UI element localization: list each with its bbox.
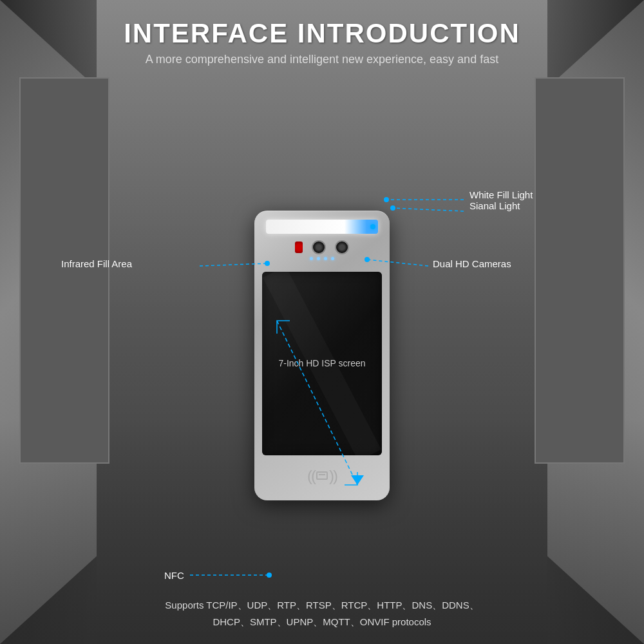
- fill-light-bar: [266, 220, 378, 234]
- svg-line-2: [393, 208, 464, 211]
- nfc-card-icon: [316, 471, 328, 480]
- camera-left: [312, 240, 326, 254]
- white-fill-light-label: White Fill Light Sianal Light: [469, 189, 533, 211]
- nfc-icon: [306, 464, 338, 488]
- nfc-label: NFC: [164, 570, 184, 581]
- camera-area: [295, 240, 349, 254]
- ir-sensor: [295, 242, 303, 253]
- ir-dot-4: [331, 257, 334, 260]
- footer: Supports TCP/IP、UDP、RTP、RTSP、RTCP、HTTP、D…: [0, 597, 644, 630]
- svg-point-1: [384, 197, 389, 202]
- page-subtitle: A more comprehensive and intelligent new…: [124, 53, 520, 66]
- nfc-area: [306, 464, 338, 488]
- camera-right: [335, 240, 349, 254]
- screen-label: 7-Inch HD ISP screen: [278, 358, 365, 368]
- footer-protocols: Supports TCP/IP、UDP、RTP、RTSP、RTCP、HTTP、D…: [0, 597, 644, 630]
- page-title: INTERFACE INTRODUCTION: [124, 18, 520, 49]
- ir-dot-2: [317, 257, 320, 260]
- dual-hd-cameras-label: Dual HD Cameras: [433, 258, 511, 269]
- device: 7-Inch HD ISP screen: [254, 211, 390, 500]
- svg-point-3: [390, 205, 395, 211]
- header: INTERFACE INTRODUCTION A more comprehens…: [124, 18, 520, 66]
- signal-light-dot: [370, 224, 375, 229]
- ir-dot-3: [324, 257, 327, 260]
- diagram-area: 7-Inch HD ISP screen White Fill Light Si…: [0, 66, 644, 644]
- ir-dot-1: [310, 257, 313, 260]
- ir-fill-area: [310, 257, 334, 260]
- device-screen: 7-Inch HD ISP screen: [262, 272, 382, 455]
- svg-point-9: [267, 573, 272, 578]
- infrared-fill-area-label: Infrared Fill Area: [61, 258, 132, 269]
- main-content: INTERFACE INTRODUCTION A more comprehens…: [0, 0, 644, 644]
